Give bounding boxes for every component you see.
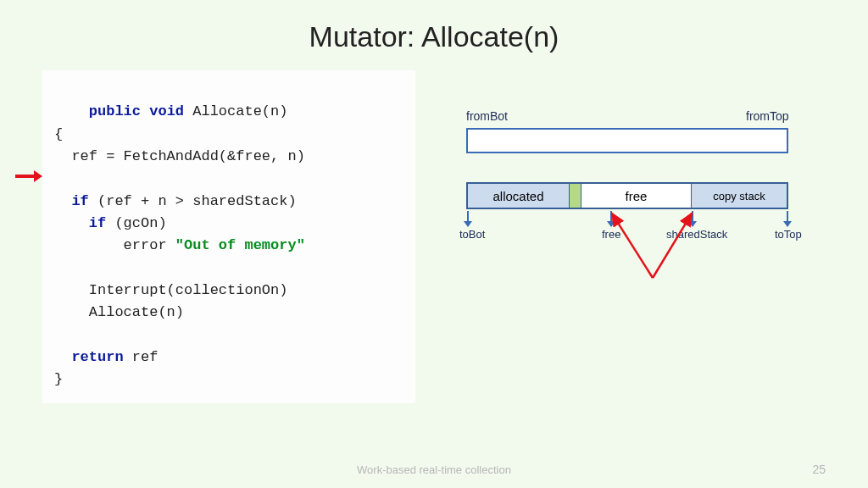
- arrow-icon: [14, 168, 42, 185]
- code-panel: public void Allocate(n) { ref = FetchAnd…: [42, 70, 415, 403]
- content-row: public void Allocate(n) { ref = FetchAnd…: [0, 53, 868, 403]
- label-fromtop: fromTop: [746, 109, 789, 123]
- kw-return: return: [71, 349, 123, 365]
- from-space-box: [466, 128, 788, 153]
- code-t: error: [54, 237, 175, 253]
- kw-if: if: [89, 215, 106, 231]
- label-tobot: toBot: [459, 228, 485, 241]
- segment-free: free: [581, 184, 692, 208]
- segment-copy-stack: copy stack: [692, 184, 787, 208]
- footer-text: Work-based real-time collection: [0, 463, 868, 476]
- code-t: (gcOn): [106, 215, 166, 231]
- code-t: ref: [124, 349, 159, 365]
- slide-title: Mutator: Allocate(n): [0, 0, 868, 53]
- label-frombot: fromBot: [466, 109, 508, 123]
- string-literal: "Out of memory": [175, 237, 305, 253]
- svg-marker-1: [34, 170, 42, 182]
- code-t: {: [54, 126, 63, 142]
- svg-line-4: [653, 214, 692, 278]
- kw-public: public: [89, 103, 141, 119]
- kw-void: void: [149, 103, 184, 119]
- to-space-row: allocated free copy stack: [466, 182, 788, 209]
- memory-diagram: fromBot fromTop allocated free copy stac…: [449, 113, 814, 403]
- kw-if: if: [71, 193, 88, 209]
- page-number: 25: [812, 463, 826, 476]
- segment-allocated: allocated: [468, 184, 570, 208]
- code-t: ref = FetchAndAdd(&free, n): [54, 148, 305, 164]
- arrow-down-icon: [787, 211, 788, 226]
- arrow-down-icon: [467, 211, 469, 226]
- svg-line-3: [612, 214, 653, 278]
- code-t: Interrupt(collectionOn): [54, 282, 287, 298]
- code-t: Allocate(n): [54, 304, 184, 320]
- code-t: }: [54, 371, 63, 387]
- highlight-arrows-icon: [576, 210, 746, 286]
- code-t: Allocate(n): [184, 103, 287, 119]
- label-totop: toTop: [775, 228, 802, 241]
- code-t: (ref + n > sharedStack): [89, 193, 297, 209]
- segment-new-alloc: [570, 184, 581, 208]
